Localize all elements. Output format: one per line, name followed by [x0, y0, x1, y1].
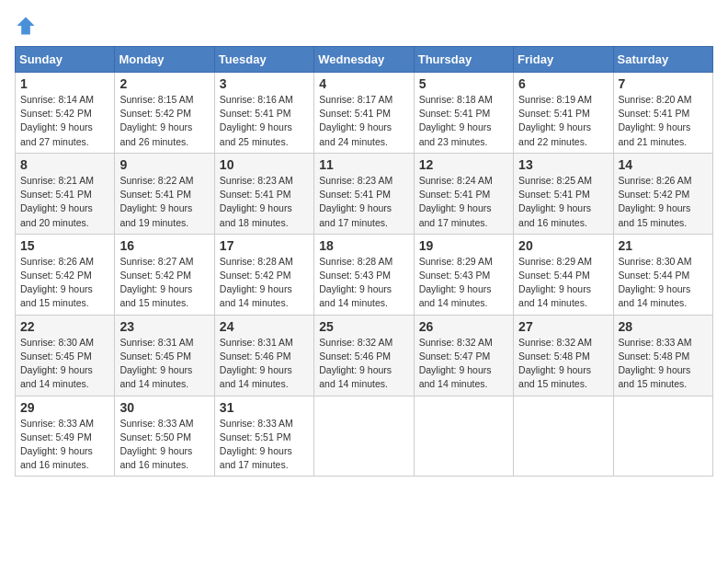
day-info: Sunrise: 8:33 AM Sunset: 5:49 PM Dayligh… [20, 417, 109, 473]
calendar-cell [613, 396, 712, 477]
day-info: Sunrise: 8:31 AM Sunset: 5:45 PM Dayligh… [119, 336, 209, 392]
calendar-cell: 21 Sunrise: 8:30 AM Sunset: 5:44 PM Dayl… [613, 234, 712, 315]
logo-icon [15, 15, 37, 37]
day-number: 3 [220, 76, 309, 91]
calendar-cell: 20 Sunrise: 8:29 AM Sunset: 5:44 PM Dayl… [514, 234, 613, 315]
day-info: Sunrise: 8:15 AM Sunset: 5:42 PM Dayligh… [119, 93, 209, 149]
calendar-header-sunday: Sunday [16, 47, 115, 73]
day-info: Sunrise: 8:23 AM Sunset: 5:41 PM Dayligh… [220, 174, 309, 230]
day-number: 29 [20, 400, 109, 415]
calendar-header-row: SundayMondayTuesdayWednesdayThursdayFrid… [16, 47, 713, 73]
calendar-cell: 28 Sunrise: 8:33 AM Sunset: 5:48 PM Dayl… [613, 315, 712, 396]
day-info: Sunrise: 8:21 AM Sunset: 5:41 PM Dayligh… [20, 174, 109, 230]
svg-marker-0 [17, 17, 34, 34]
day-info: Sunrise: 8:18 AM Sunset: 5:41 PM Dayligh… [419, 93, 508, 149]
day-number: 24 [220, 319, 309, 334]
day-number: 18 [319, 238, 408, 253]
calendar-cell: 14 Sunrise: 8:26 AM Sunset: 5:42 PM Dayl… [613, 153, 712, 234]
calendar-cell: 2 Sunrise: 8:15 AM Sunset: 5:42 PM Dayli… [115, 73, 214, 154]
day-number: 2 [119, 76, 209, 91]
day-info: Sunrise: 8:26 AM Sunset: 5:42 PM Dayligh… [619, 174, 708, 230]
calendar-week-row: 15 Sunrise: 8:26 AM Sunset: 5:42 PM Dayl… [16, 234, 713, 315]
calendar-cell: 17 Sunrise: 8:28 AM Sunset: 5:42 PM Dayl… [214, 234, 313, 315]
day-info: Sunrise: 8:28 AM Sunset: 5:43 PM Dayligh… [319, 255, 408, 311]
day-number: 31 [220, 400, 309, 415]
day-info: Sunrise: 8:23 AM Sunset: 5:41 PM Dayligh… [319, 174, 408, 230]
day-info: Sunrise: 8:24 AM Sunset: 5:41 PM Dayligh… [419, 174, 508, 230]
calendar: SundayMondayTuesdayWednesdayThursdayFrid… [15, 46, 713, 477]
calendar-week-row: 1 Sunrise: 8:14 AM Sunset: 5:42 PM Dayli… [16, 73, 713, 154]
calendar-cell: 22 Sunrise: 8:30 AM Sunset: 5:45 PM Dayl… [16, 315, 115, 396]
day-info: Sunrise: 8:32 AM Sunset: 5:46 PM Dayligh… [319, 336, 408, 392]
day-number: 30 [119, 400, 209, 415]
calendar-cell [514, 396, 613, 477]
day-info: Sunrise: 8:33 AM Sunset: 5:51 PM Dayligh… [220, 417, 309, 473]
calendar-cell: 9 Sunrise: 8:22 AM Sunset: 5:41 PM Dayli… [115, 153, 214, 234]
day-info: Sunrise: 8:29 AM Sunset: 5:44 PM Dayligh… [518, 255, 608, 311]
day-info: Sunrise: 8:14 AM Sunset: 5:42 PM Dayligh… [20, 93, 109, 149]
calendar-week-row: 29 Sunrise: 8:33 AM Sunset: 5:49 PM Dayl… [16, 396, 713, 477]
calendar-cell: 4 Sunrise: 8:17 AM Sunset: 5:41 PM Dayli… [314, 73, 414, 154]
calendar-cell: 19 Sunrise: 8:29 AM Sunset: 5:43 PM Dayl… [414, 234, 513, 315]
day-info: Sunrise: 8:30 AM Sunset: 5:45 PM Dayligh… [20, 336, 109, 392]
calendar-cell: 7 Sunrise: 8:20 AM Sunset: 5:41 PM Dayli… [613, 73, 712, 154]
calendar-cell: 23 Sunrise: 8:31 AM Sunset: 5:45 PM Dayl… [115, 315, 214, 396]
day-number: 23 [119, 319, 209, 334]
calendar-cell: 25 Sunrise: 8:32 AM Sunset: 5:46 PM Dayl… [314, 315, 414, 396]
calendar-cell: 8 Sunrise: 8:21 AM Sunset: 5:41 PM Dayli… [16, 153, 115, 234]
calendar-week-row: 22 Sunrise: 8:30 AM Sunset: 5:45 PM Dayl… [16, 315, 713, 396]
header [15, 15, 713, 37]
day-info: Sunrise: 8:22 AM Sunset: 5:41 PM Dayligh… [119, 174, 209, 230]
calendar-cell: 16 Sunrise: 8:27 AM Sunset: 5:42 PM Dayl… [115, 234, 214, 315]
day-number: 1 [20, 76, 109, 91]
day-number: 8 [20, 157, 109, 172]
calendar-cell: 30 Sunrise: 8:33 AM Sunset: 5:50 PM Dayl… [115, 396, 214, 477]
calendar-cell: 15 Sunrise: 8:26 AM Sunset: 5:42 PM Dayl… [16, 234, 115, 315]
day-number: 15 [20, 238, 109, 253]
calendar-header-tuesday: Tuesday [214, 47, 313, 73]
day-info: Sunrise: 8:33 AM Sunset: 5:48 PM Dayligh… [619, 336, 708, 392]
day-info: Sunrise: 8:31 AM Sunset: 5:46 PM Dayligh… [220, 336, 309, 392]
day-info: Sunrise: 8:27 AM Sunset: 5:42 PM Dayligh… [119, 255, 209, 311]
day-number: 17 [220, 238, 309, 253]
calendar-cell: 1 Sunrise: 8:14 AM Sunset: 5:42 PM Dayli… [16, 73, 115, 154]
day-info: Sunrise: 8:33 AM Sunset: 5:50 PM Dayligh… [119, 417, 209, 473]
day-info: Sunrise: 8:17 AM Sunset: 5:41 PM Dayligh… [319, 93, 408, 149]
day-number: 28 [619, 319, 708, 334]
calendar-cell [414, 396, 513, 477]
day-number: 19 [419, 238, 508, 253]
calendar-cell: 5 Sunrise: 8:18 AM Sunset: 5:41 PM Dayli… [414, 73, 513, 154]
calendar-cell: 13 Sunrise: 8:25 AM Sunset: 5:41 PM Dayl… [514, 153, 613, 234]
day-number: 11 [319, 157, 408, 172]
calendar-cell: 11 Sunrise: 8:23 AM Sunset: 5:41 PM Dayl… [314, 153, 414, 234]
calendar-header-wednesday: Wednesday [314, 47, 414, 73]
day-info: Sunrise: 8:32 AM Sunset: 5:48 PM Dayligh… [518, 336, 608, 392]
day-info: Sunrise: 8:32 AM Sunset: 5:47 PM Dayligh… [419, 336, 508, 392]
day-info: Sunrise: 8:30 AM Sunset: 5:44 PM Dayligh… [619, 255, 708, 311]
day-number: 26 [419, 319, 508, 334]
calendar-cell: 24 Sunrise: 8:31 AM Sunset: 5:46 PM Dayl… [214, 315, 313, 396]
day-info: Sunrise: 8:28 AM Sunset: 5:42 PM Dayligh… [220, 255, 309, 311]
calendar-cell: 6 Sunrise: 8:19 AM Sunset: 5:41 PM Dayli… [514, 73, 613, 154]
day-number: 13 [518, 157, 608, 172]
day-number: 22 [20, 319, 109, 334]
calendar-header-friday: Friday [514, 47, 613, 73]
day-number: 5 [419, 76, 508, 91]
calendar-cell [314, 396, 414, 477]
day-info: Sunrise: 8:29 AM Sunset: 5:43 PM Dayligh… [419, 255, 508, 311]
day-number: 6 [518, 76, 608, 91]
calendar-header-monday: Monday [115, 47, 214, 73]
day-number: 10 [220, 157, 309, 172]
calendar-cell: 31 Sunrise: 8:33 AM Sunset: 5:51 PM Dayl… [214, 396, 313, 477]
calendar-week-row: 8 Sunrise: 8:21 AM Sunset: 5:41 PM Dayli… [16, 153, 713, 234]
day-info: Sunrise: 8:20 AM Sunset: 5:41 PM Dayligh… [619, 93, 708, 149]
day-number: 12 [419, 157, 508, 172]
day-info: Sunrise: 8:16 AM Sunset: 5:41 PM Dayligh… [220, 93, 309, 149]
calendar-cell: 26 Sunrise: 8:32 AM Sunset: 5:47 PM Dayl… [414, 315, 513, 396]
day-number: 9 [119, 157, 209, 172]
calendar-header-thursday: Thursday [414, 47, 513, 73]
calendar-cell: 29 Sunrise: 8:33 AM Sunset: 5:49 PM Dayl… [16, 396, 115, 477]
calendar-cell: 18 Sunrise: 8:28 AM Sunset: 5:43 PM Dayl… [314, 234, 414, 315]
day-number: 14 [619, 157, 708, 172]
logo [15, 15, 40, 37]
